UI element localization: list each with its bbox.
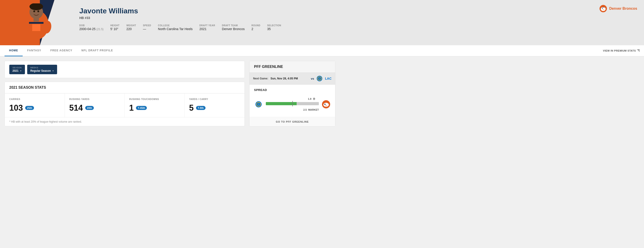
weeks-dropdown[interactable]: WEEKS Regular Season ▼ bbox=[27, 65, 57, 74]
draft-year-stat: DRAFT YEAR 2021 bbox=[200, 24, 215, 31]
spread-viz: 1.9 PFF 2.5 MA bbox=[254, 95, 330, 113]
weeks-dropdown-arrow: ▼ bbox=[52, 70, 54, 72]
rushing-td-rank: T-45th bbox=[136, 106, 147, 110]
team-name[interactable]: Denver Broncos bbox=[609, 6, 637, 11]
right-panel: PFF GREENLINE Next Game: Sun, Nov 28, 4:… bbox=[249, 61, 335, 126]
stats-grid: CARRIES 103 25th RUSHING YARDS 514 20th bbox=[5, 93, 244, 117]
season-dropdown-arrow: ▼ bbox=[20, 70, 22, 72]
player-bio-stats: DOB 2000-04-25 (21.5) HEIGHT 5' 10" WEIG… bbox=[79, 24, 637, 31]
selection-stat: SELECTION 35 bbox=[267, 24, 281, 31]
stats-footnote: * HB with at least 20% of league-highest… bbox=[5, 117, 244, 126]
height-stat: HEIGHT 5' 10" bbox=[110, 24, 120, 31]
svg-point-25 bbox=[324, 104, 326, 105]
svg-point-24 bbox=[323, 103, 329, 107]
player-header: Javonte Williams HB #33 DOB 2000-04-25 (… bbox=[0, 0, 644, 45]
svg-point-8 bbox=[33, 10, 35, 12]
svg-rect-3 bbox=[34, 18, 39, 21]
premium-stats-link[interactable]: VIEW IN PREMIUM STATS bbox=[603, 49, 640, 52]
nav-tabs: HOME FANTASY FREE AGENCY NFL DRAFT PROFI… bbox=[0, 45, 644, 56]
tab-nfl-draft[interactable]: NFL DRAFT PROFILE bbox=[77, 45, 118, 56]
yards-carry-col: YARDS / CARRY 5 T-9th bbox=[185, 93, 245, 117]
chargers-logo bbox=[316, 75, 324, 82]
player-position: HB #33 bbox=[79, 16, 637, 20]
next-game-row: Next Game: Sun, Nov 28, 4:05 PM vs LAC bbox=[250, 73, 335, 85]
external-link-icon bbox=[637, 49, 640, 52]
rushing-td-value: 1 bbox=[129, 103, 134, 113]
spread-green-bar bbox=[266, 102, 296, 105]
season-stats-card: 2021 SEASON STATS CARRIES 103 25th RUSHI… bbox=[4, 82, 245, 126]
svg-rect-4 bbox=[29, 22, 44, 24]
carries-col: CARRIES 103 25th bbox=[5, 93, 65, 117]
rushing-yards-rank: 20th bbox=[85, 106, 94, 110]
yards-carry-value: 5 bbox=[189, 103, 194, 113]
svg-rect-5 bbox=[32, 24, 40, 31]
draft-team-stat: DRAFT TEAM Denver Broncos bbox=[222, 24, 244, 31]
vs-team: vs LAC bbox=[311, 75, 332, 82]
rushing-yards-col: RUSHING YARDS 514 20th bbox=[65, 93, 125, 117]
player-info-panel: Javonte Williams HB #33 DOB 2000-04-25 (… bbox=[72, 0, 644, 45]
market-label: MARKET bbox=[308, 108, 319, 111]
tab-home[interactable]: HOME bbox=[4, 45, 23, 56]
dob-stat: DOB 2000-04-25 (21.5) bbox=[79, 24, 104, 31]
season-dropdown[interactable]: SEASON 2021 ▼ bbox=[9, 65, 25, 74]
svg-point-19 bbox=[257, 102, 260, 106]
greenline-title: PFF GREENLINE bbox=[250, 61, 335, 73]
stats-title: 2021 SEASON STATS bbox=[9, 85, 46, 89]
team-badge[interactable]: Denver Broncos bbox=[599, 4, 637, 13]
spread-section: SPREAD 1.9 bbox=[250, 85, 335, 117]
svg-point-12 bbox=[602, 8, 603, 9]
spread-divider bbox=[292, 101, 293, 106]
college-stat: COLLEGE North Carolina Tar Heels bbox=[158, 24, 192, 31]
yards-carry-rank: T-9th bbox=[196, 106, 206, 110]
rushing-yards-value: 514 bbox=[69, 103, 83, 113]
spread-chargers-logo bbox=[254, 101, 263, 108]
pff-icon: PFF bbox=[312, 97, 316, 100]
player-photo bbox=[4, 0, 68, 45]
greenline-footer-link[interactable]: GO TO PFF GREENLINE bbox=[250, 117, 335, 126]
rushing-td-col: RUSHING TOUCHDOWNS 1 T-45th bbox=[125, 93, 185, 117]
next-game-info: Sun, Nov 28, 4:05 PM bbox=[270, 77, 298, 80]
main-content: SEASON 2021 ▼ WEEKS Regular Season ▼ 202… bbox=[0, 56, 340, 131]
carries-value: 103 bbox=[9, 103, 23, 113]
svg-point-11 bbox=[601, 7, 606, 11]
filters-bar: SEASON 2021 ▼ WEEKS Regular Season ▼ bbox=[4, 61, 245, 78]
player-name: Javonte Williams bbox=[79, 7, 637, 15]
player-image-area bbox=[0, 0, 72, 45]
weight-stat: WEIGHT 220 bbox=[126, 24, 136, 31]
svg-text:PFF: PFF bbox=[313, 98, 316, 100]
pff-spread-value: 1.9 bbox=[308, 97, 311, 100]
dob-value: 2000-04-25 (21.5) bbox=[79, 27, 104, 31]
svg-point-9 bbox=[38, 10, 39, 12]
carries-rank: 25th bbox=[25, 106, 34, 110]
left-panel: SEASON 2021 ▼ WEEKS Regular Season ▼ 202… bbox=[4, 61, 245, 126]
spread-broncos-logo bbox=[322, 101, 330, 108]
speed-stat: SPEED — bbox=[143, 24, 151, 31]
spread-gray-bar bbox=[296, 102, 319, 105]
greenline-card: PFF GREENLINE Next Game: Sun, Nov 28, 4:… bbox=[249, 61, 335, 126]
market-spread-value: 2.5 bbox=[304, 108, 307, 111]
round-stat: ROUND 2 bbox=[252, 24, 260, 31]
tab-free-agency[interactable]: FREE AGENCY bbox=[46, 45, 77, 56]
tab-fantasy[interactable]: FANTASY bbox=[23, 45, 46, 56]
stats-header: 2021 SEASON STATS bbox=[5, 82, 244, 93]
broncos-logo-header bbox=[599, 4, 607, 13]
svg-point-15 bbox=[318, 77, 321, 80]
spread-bar-area: 1.9 PFF 2.5 MA bbox=[266, 97, 319, 111]
